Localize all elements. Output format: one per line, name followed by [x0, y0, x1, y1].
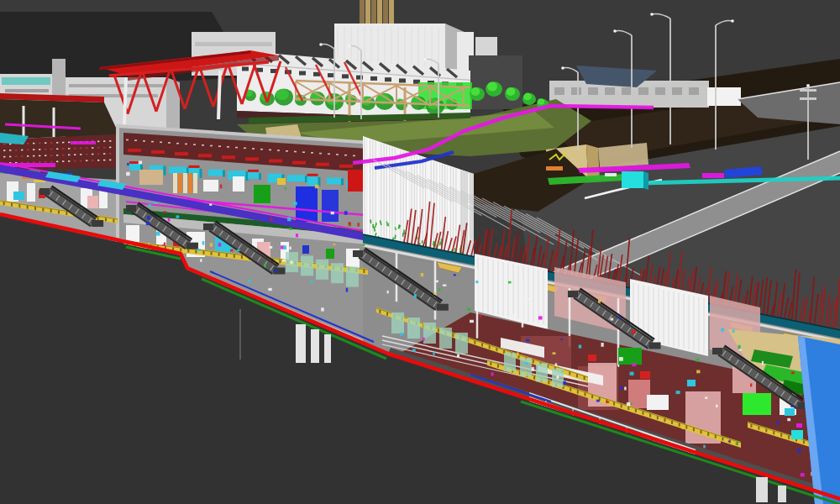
detail-speck: [790, 406, 795, 407]
green-box: [743, 393, 771, 415]
detail-speck: [630, 372, 634, 375]
detail-speck: [787, 418, 790, 421]
detail-speck: [738, 345, 741, 349]
strip-tick: [533, 376, 535, 380]
ceiling-speck: [56, 160, 58, 162]
detail-speck: [269, 246, 272, 249]
ceiling-speck: [50, 155, 52, 156]
window: [672, 87, 682, 95]
detail-speck: [517, 352, 519, 355]
hanging-panel: [324, 334, 331, 363]
ceiling-speck: [3, 156, 5, 158]
room-wall: [27, 183, 35, 202]
detail-speck: [218, 243, 222, 247]
ceiling-speck: [74, 148, 76, 150]
detail-speck: [553, 352, 556, 354]
magenta-pipe: [702, 173, 724, 178]
ceiling-speck: [27, 143, 29, 144]
detail-speck: [525, 362, 528, 365]
ceiling-tick: [151, 141, 154, 143]
strip-tick: [452, 333, 454, 337]
cyan-box: [687, 380, 696, 386]
orange-pipe: [546, 166, 563, 171]
strip-tick: [34, 207, 36, 210]
escalator-landing: [126, 205, 136, 212]
detail-speck: [209, 203, 212, 205]
detail-speck: [421, 273, 423, 276]
red-beam: [175, 152, 188, 155]
detail-speck: [563, 381, 565, 386]
ceiling-speck: [33, 143, 34, 144]
detail-speck: [139, 160, 142, 164]
ceiling-tick: [210, 145, 213, 147]
detail-speck: [333, 244, 336, 245]
window: [689, 87, 699, 95]
detail-speck: [400, 333, 403, 336]
facade-window: [242, 66, 249, 71]
cyan-box-on-wall: [791, 430, 803, 439]
strip-tick: [66, 212, 67, 215]
strip-tick: [671, 421, 673, 424]
ceiling-speck: [50, 142, 52, 144]
strip-tick: [707, 433, 709, 436]
blue-panel: [296, 186, 318, 222]
glass-panel: [316, 260, 328, 280]
mep-unit-top: [189, 165, 200, 168]
ceiling-speck: [109, 147, 111, 149]
detail-speck: [508, 281, 512, 284]
detail-speck: [555, 363, 557, 366]
bim-model-viewport[interactable]: [0, 0, 840, 504]
ceiling-tick: [244, 148, 246, 150]
ceiling-tick: [336, 154, 339, 155]
lamp-head: [423, 58, 427, 61]
ceiling-tick: [277, 150, 280, 151]
glass-panel: [536, 363, 548, 381]
strip-tick: [643, 412, 644, 415]
red-box: [588, 354, 596, 361]
detail-speck: [618, 316, 621, 318]
detail-speck: [606, 402, 609, 403]
facade-window: [328, 73, 334, 77]
detail-speck: [265, 264, 266, 267]
detail-speck: [293, 202, 297, 205]
ceiling-speck: [68, 148, 70, 150]
strip-tick: [613, 402, 615, 406]
glass-panel: [331, 263, 344, 283]
facade-window: [399, 78, 406, 82]
strip-tick: [27, 206, 29, 209]
detail-speck: [630, 402, 632, 405]
green-speck: [395, 235, 396, 239]
glass-panel: [439, 328, 452, 349]
escalator-landing: [712, 348, 722, 354]
strip-tick: [496, 348, 497, 351]
escalator-landing: [203, 223, 213, 230]
red-beam: [128, 149, 141, 152]
model-scene-3d[interactable]: [0, 0, 840, 504]
detail-speck: [346, 288, 348, 292]
strip-tick: [438, 329, 439, 333]
ceiling-tick: [319, 153, 322, 155]
ceiling-speck: [62, 155, 64, 156]
retaining-wall-side: [586, 144, 600, 180]
detail-speck: [248, 280, 250, 282]
strip-tick: [234, 255, 235, 258]
green-box: [618, 348, 642, 365]
strip-tick: [780, 433, 782, 437]
strip-tick: [18, 204, 20, 207]
mep-unit-side: [164, 166, 166, 176]
cabinet-stripe: [173, 173, 177, 193]
green-speck: [395, 227, 396, 230]
ceiling-speck: [97, 160, 99, 161]
building-white-box-right: [707, 87, 741, 106]
strip-tick: [187, 249, 189, 253]
detail-speck: [797, 449, 801, 452]
escalator-landing: [186, 243, 198, 249]
detail-speck: [696, 359, 699, 362]
cabinet-stripe: [193, 173, 197, 193]
detail-speck: [438, 288, 440, 291]
detail-speck: [791, 371, 795, 374]
red-beam: [316, 163, 329, 166]
strip-tick: [474, 341, 475, 344]
ceiling-tick: [160, 142, 162, 144]
detail-speck: [598, 300, 601, 303]
